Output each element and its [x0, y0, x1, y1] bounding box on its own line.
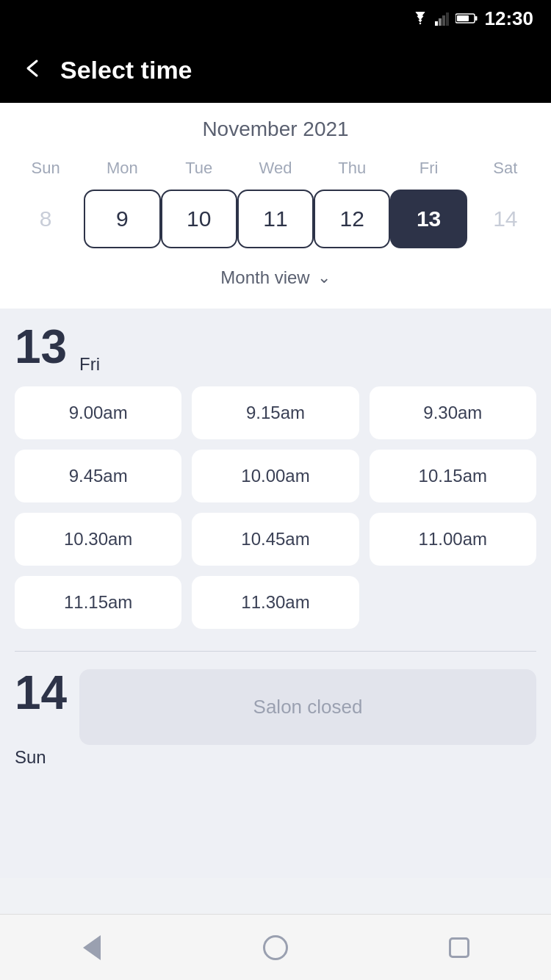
svg-rect-6 — [457, 15, 469, 21]
closed-day-info: 14 Sun — [15, 669, 79, 768]
weekday-fri: Fri — [390, 154, 467, 182]
bottom-nav — [0, 914, 551, 980]
time-slot-1015am[interactable]: 10.15am — [370, 450, 536, 502]
date-13[interactable]: 13 — [390, 190, 467, 248]
svg-rect-5 — [475, 16, 477, 21]
slots-container: 13 Fri 9.00am 9.15am 9.30am 9.45am 10.00… — [0, 309, 551, 878]
time-slot-1115am[interactable]: 11.15am — [15, 576, 181, 629]
weekday-wed: Wed — [237, 154, 314, 182]
day-section-14: 14 Sun Salon closed — [15, 669, 536, 768]
time-slot-1130am[interactable]: 11.30am — [192, 576, 359, 629]
time-slot-900am[interactable]: 9.00am — [15, 386, 181, 439]
back-button[interactable] — [22, 58, 43, 82]
date-8[interactable]: 8 — [7, 190, 84, 248]
time-slot-1000am[interactable]: 10.00am — [192, 450, 359, 502]
day-section-13: 13 Fri 9.00am 9.15am 9.30am 9.45am 10.00… — [15, 323, 536, 629]
svg-rect-1 — [439, 18, 442, 26]
wifi-icon — [411, 12, 429, 25]
home-nav-icon — [263, 935, 288, 960]
time-slot-915am[interactable]: 9.15am — [192, 386, 359, 439]
time-slot-1045am[interactable]: 10.45am — [192, 513, 359, 566]
weekday-tue: Tue — [161, 154, 237, 182]
day-number-14: 14 — [15, 669, 73, 716]
section-divider — [15, 651, 536, 652]
day-number-13: 13 — [15, 323, 73, 370]
nav-back-button[interactable] — [73, 929, 110, 966]
day-header-13: 13 Fri — [15, 323, 536, 375]
svg-rect-0 — [435, 21, 438, 26]
time-slot-1100am[interactable]: 11.00am — [370, 513, 536, 566]
date-10[interactable]: 10 — [161, 190, 237, 248]
nav-recent-button[interactable] — [441, 929, 478, 966]
date-12[interactable]: 12 — [314, 190, 390, 248]
recent-nav-icon — [449, 937, 469, 958]
weekday-sun: Sun — [7, 154, 84, 182]
month-view-toggle[interactable]: Month view ⌄ — [0, 259, 551, 301]
chevron-down-icon: ⌄ — [317, 268, 331, 287]
weekday-mon: Mon — [84, 154, 160, 182]
date-11[interactable]: 11 — [237, 190, 314, 248]
page-title: Select time — [60, 56, 192, 84]
status-bar: 12:30 — [0, 0, 551, 37]
svg-rect-2 — [442, 15, 445, 26]
back-nav-icon — [83, 935, 101, 960]
header: Select time — [0, 37, 551, 103]
time-slot-930am[interactable]: 9.30am — [370, 386, 536, 439]
time-slot-1030am[interactable]: 10.30am — [15, 513, 181, 566]
calendar-section: November 2021 Sun Mon Tue Wed Thu Fri Sa… — [0, 103, 551, 309]
month-label: November 2021 — [0, 118, 551, 141]
time-grid-13: 9.00am 9.15am 9.30am 9.45am 10.00am 10.1… — [15, 386, 536, 629]
date-14[interactable]: 14 — [467, 190, 544, 248]
dates-row: 8 9 10 11 12 13 14 — [0, 190, 551, 248]
signal-icon — [435, 11, 450, 26]
nav-home-button[interactable] — [257, 929, 294, 966]
time-slot-945am[interactable]: 9.45am — [15, 450, 181, 502]
status-time: 12:30 — [485, 7, 534, 30]
day-name-13: Fri — [79, 354, 100, 375]
svg-rect-3 — [446, 12, 449, 26]
salon-closed-message: Salon closed — [79, 669, 536, 745]
battery-icon — [455, 12, 478, 24]
weekday-sat: Sat — [467, 154, 544, 182]
day-name-14: Sun — [15, 747, 79, 768]
status-icons — [411, 11, 478, 26]
month-view-label: Month view — [220, 267, 309, 288]
weekdays-row: Sun Mon Tue Wed Thu Fri Sat — [0, 154, 551, 182]
date-9[interactable]: 9 — [84, 190, 160, 248]
weekday-thu: Thu — [314, 154, 390, 182]
closed-row: 14 Sun Salon closed — [15, 669, 536, 768]
